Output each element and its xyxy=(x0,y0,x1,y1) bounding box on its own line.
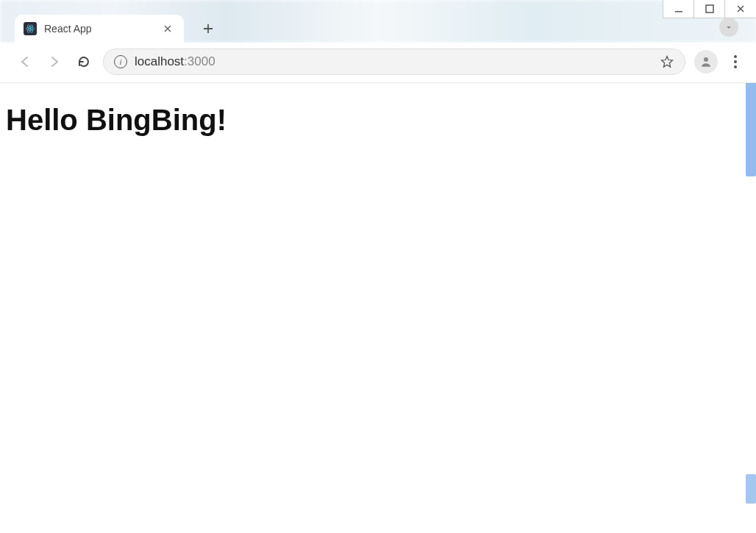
close-tab-button[interactable] xyxy=(160,21,175,36)
scrollbar-thumb-lower[interactable] xyxy=(746,474,756,504)
profile-avatar-icon[interactable] xyxy=(694,50,718,74)
svg-rect-0 xyxy=(675,11,682,12)
page-viewport: Hello BingBing! xyxy=(0,83,756,157)
window-controls xyxy=(663,0,756,18)
tab-title: React App xyxy=(44,23,160,35)
browser-tab-active[interactable]: React App xyxy=(15,15,184,43)
maximize-button[interactable] xyxy=(694,0,725,18)
reload-button[interactable] xyxy=(74,51,94,72)
kebab-menu-icon[interactable] xyxy=(725,55,746,68)
svg-point-6 xyxy=(704,57,708,62)
url-host: localhost xyxy=(135,54,184,68)
browser-toolbar: i localhost:3000 xyxy=(0,43,756,83)
back-button[interactable] xyxy=(15,51,35,72)
scrollbar-thumb[interactable] xyxy=(746,81,756,176)
url-text: localhost:3000 xyxy=(135,54,215,69)
bookmark-star-icon[interactable] xyxy=(660,54,674,69)
forward-button[interactable] xyxy=(44,51,65,72)
new-tab-button[interactable] xyxy=(197,18,219,40)
tab-strip: React App xyxy=(0,0,756,43)
url-port: :3000 xyxy=(184,54,215,68)
minimize-button[interactable] xyxy=(663,0,694,18)
account-dropdown-icon[interactable] xyxy=(719,18,738,37)
svg-point-2 xyxy=(29,28,31,29)
toolbar-right-icons xyxy=(694,50,746,74)
page-title: Hello BingBing! xyxy=(6,104,750,137)
address-bar[interactable]: i localhost:3000 xyxy=(103,49,685,75)
close-window-button[interactable] xyxy=(725,0,756,18)
react-logo-icon xyxy=(24,22,37,35)
svg-rect-1 xyxy=(706,5,713,12)
site-info-icon[interactable]: i xyxy=(114,55,127,68)
